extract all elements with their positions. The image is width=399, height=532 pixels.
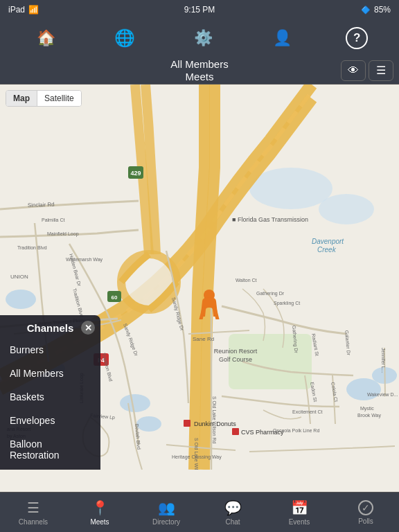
- channel-item-balloon-restoration[interactable]: Balloon Restoration: [0, 432, 100, 467]
- svg-point-7: [346, 378, 381, 400]
- tab-bar: ☰ Channels 📍 Meets 👥 Directory 💬 Chat 📅 …: [0, 492, 399, 532]
- channels-tab-label: Channels: [19, 518, 48, 526]
- svg-text:Sparkling Ct: Sparkling Ct: [274, 301, 300, 306]
- channel-item-envelopes[interactable]: Envelopes: [0, 409, 100, 432]
- chat-tab-icon: 💬: [224, 499, 242, 516]
- eye-button[interactable]: 👁: [341, 60, 366, 81]
- svg-text:■ Florida Gas Transmission: ■ Florida Gas Transmission: [232, 216, 308, 223]
- home-icon[interactable]: 🏠: [31, 23, 62, 53]
- svg-text:Brook Way: Brook Way: [357, 413, 381, 418]
- channels-header: Channels ✕: [0, 315, 100, 338]
- directory-tab[interactable]: 👥 Directory: [133, 499, 200, 526]
- status-right: 🔷 85%: [361, 5, 391, 15]
- channel-item-all-members[interactable]: All Members: [0, 362, 100, 385]
- globe-icon[interactable]: 🌐: [109, 23, 140, 53]
- channels-tab[interactable]: ☰ Channels: [0, 499, 66, 526]
- status-left: iPad 📶: [8, 5, 39, 15]
- svg-point-3: [120, 394, 150, 412]
- svg-text:Walton Ct: Walton Ct: [236, 278, 257, 283]
- chat-tab[interactable]: 💬 Chat: [200, 499, 266, 526]
- channels-tab-icon: ☰: [27, 499, 39, 516]
- directory-tab-label: Directory: [152, 518, 180, 526]
- svg-text:Reunion Resort: Reunion Resort: [214, 348, 258, 355]
- meets-tab-icon: 📍: [91, 499, 109, 516]
- meets-tab[interactable]: 📍 Meets: [66, 499, 133, 526]
- svg-text:60: 60: [112, 294, 118, 301]
- status-bar: iPad 📶 9:15 PM 🔷 85%: [0, 0, 399, 19]
- page-title: All Members Meets: [170, 58, 228, 83]
- status-time: 9:15 PM: [184, 5, 215, 15]
- nav-bar: 🏠 🌐 ⚙️ 👤 ?: [0, 19, 399, 57]
- svg-text:Palmilla Ct: Palmilla Ct: [42, 218, 65, 222]
- polls-tab-label: Polls: [358, 517, 373, 525]
- svg-text:Davenport: Davenport: [312, 238, 344, 245]
- svg-text:S Old Lake Wilson Rd: S Old Lake Wilson Rd: [194, 438, 199, 470]
- svg-text:S Old Lake Wilson Rd: S Old Lake Wilson Rd: [212, 396, 217, 444]
- svg-rect-19: [232, 428, 239, 435]
- profile-icon[interactable]: 👤: [267, 23, 298, 53]
- map-toggle: Map Satellite: [6, 90, 82, 107]
- channel-item-baskets[interactable]: Baskets: [0, 385, 100, 409]
- svg-text:Mainfield Loop: Mainfield Loop: [47, 231, 79, 237]
- battery-label: 85%: [374, 5, 391, 15]
- svg-text:Mystic: Mystic: [360, 406, 374, 411]
- map-view-button[interactable]: Map: [6, 91, 37, 106]
- svg-rect-17: [184, 420, 190, 427]
- bluetooth-icon: 🔷: [361, 6, 371, 15]
- person-marker: [198, 289, 220, 322]
- help-icon[interactable]: ?: [346, 27, 368, 49]
- title-buttons: 👁 ☰: [341, 60, 393, 81]
- map-container[interactable]: Map Satellite: [0, 85, 399, 470]
- svg-text:UNION: UNION: [10, 274, 28, 280]
- events-tab-label: Events: [289, 518, 310, 526]
- channels-panel: Channels ✕ Burners All Members Baskets E…: [0, 315, 100, 470]
- svg-text:Excitement Ct: Excitement Ct: [292, 409, 323, 414]
- channel-item-burners[interactable]: Burners: [0, 338, 100, 362]
- ipad-label: iPad: [8, 5, 25, 15]
- chat-tab-label: Chat: [225, 518, 240, 526]
- events-tab[interactable]: 📅 Events: [266, 499, 332, 526]
- svg-text:Creek: Creek: [317, 246, 337, 254]
- svg-text:Tradition Blvd: Tradition Blvd: [17, 245, 47, 250]
- directory-tab-icon: 👥: [158, 499, 175, 516]
- channels-title: Channels: [27, 322, 74, 334]
- title-bar: All Members Meets 👁 ☰: [0, 57, 399, 85]
- events-tab-icon: 📅: [291, 499, 308, 516]
- svg-text:Sinclair Rd: Sinclair Rd: [28, 202, 55, 209]
- svg-point-6: [319, 194, 374, 224]
- svg-text:Jennifer L...: Jennifer L...: [381, 348, 386, 373]
- polls-tab[interactable]: ✓ Polls: [332, 500, 399, 525]
- satellite-view-button[interactable]: Satellite: [37, 91, 81, 106]
- svg-point-1: [6, 290, 36, 309]
- svg-text:Gathering Dr: Gathering Dr: [256, 291, 285, 296]
- svg-point-5: [249, 168, 332, 209]
- svg-text:Wakeview D...: Wakeview D...: [367, 392, 398, 397]
- meets-tab-label: Meets: [90, 518, 109, 526]
- settings-icon[interactable]: ⚙️: [188, 23, 219, 53]
- svg-text:Sane Rd: Sane Rd: [193, 336, 214, 342]
- svg-text:Golf Course: Golf Course: [219, 356, 252, 363]
- polls-tab-icon: ✓: [358, 500, 373, 515]
- svg-text:Osceola Polk Line Rd: Osceola Polk Line Rd: [273, 428, 319, 433]
- menu-button[interactable]: ☰: [369, 60, 393, 81]
- channels-close-button[interactable]: ✕: [81, 321, 95, 335]
- wifi-icon: 📶: [28, 5, 39, 15]
- svg-text:429: 429: [130, 170, 141, 177]
